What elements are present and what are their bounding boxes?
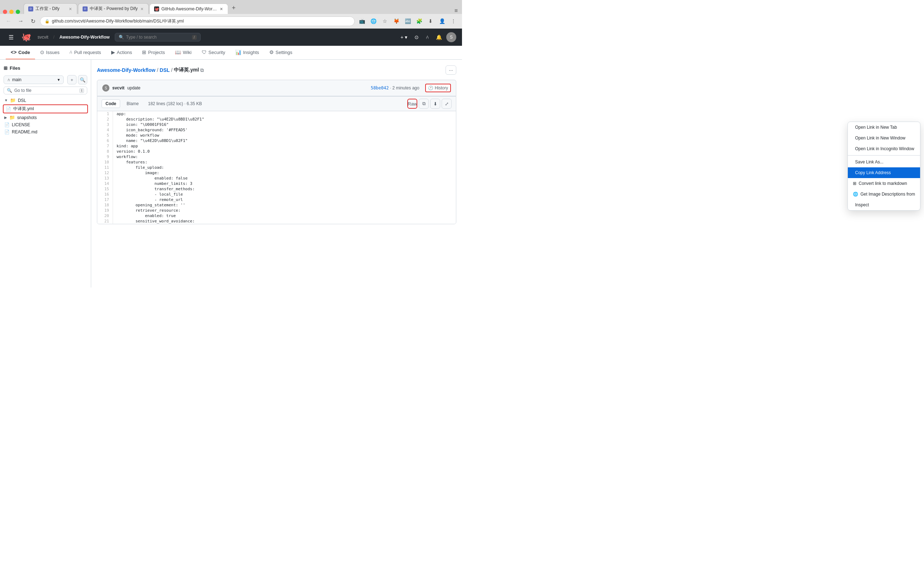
code-line: 8version: 0.1.0: [97, 149, 456, 154]
nav-insights[interactable]: 📊 Insights: [230, 46, 264, 59]
cast-icon[interactable]: 📺: [357, 16, 367, 26]
download-file-button[interactable]: ⬇: [430, 99, 440, 109]
raw-button[interactable]: Raw: [407, 99, 417, 109]
extension-icon2[interactable]: 🔤: [403, 16, 413, 26]
commit-time: 58be042 · 2 minutes ago: [371, 86, 419, 91]
tab-close-1[interactable]: ×: [68, 6, 73, 12]
search-shortcut: /: [192, 35, 197, 40]
code-line: 17 - remote_url: [97, 197, 456, 202]
back-button[interactable]: ←: [3, 16, 14, 26]
lock-icon: 🔒: [45, 19, 50, 24]
nav-projects[interactable]: ⊞ Projects: [137, 46, 170, 59]
extension-icon1[interactable]: 🦊: [391, 16, 401, 26]
tab-dify-powered[interactable]: D 中译英 - Powered by Dify ×: [78, 3, 149, 14]
nav-wiki[interactable]: 📖 Wiki: [170, 46, 197, 59]
menu-icon[interactable]: ⋮: [448, 16, 459, 26]
tab-list-button[interactable]: ≡: [454, 8, 458, 14]
tab-close-3[interactable]: ×: [219, 6, 224, 12]
copy-path-icon[interactable]: ⧉: [200, 67, 204, 73]
user-avatar[interactable]: S: [446, 32, 456, 42]
line-code: icon_background: '#FFEAD5': [117, 127, 188, 133]
extensions-icon[interactable]: 🧩: [414, 16, 424, 26]
branch-selector[interactable]: ⑃ main ▾: [3, 75, 64, 84]
line-code: enabled: true: [117, 213, 176, 219]
code-tab-blame[interactable]: Blame: [123, 100, 142, 108]
line-number: 5: [97, 133, 113, 138]
translate-icon[interactable]: 🌐: [368, 16, 378, 26]
search-icon: 🔍: [119, 35, 124, 40]
forward-button[interactable]: →: [16, 16, 26, 26]
reload-button[interactable]: ↻: [28, 16, 38, 26]
code-tab-code[interactable]: Code: [102, 99, 120, 108]
file-license[interactable]: 📄 LICENSE: [0, 121, 91, 129]
code-line: 2 description: "\u4E2D\u8BD1\u82F1": [97, 117, 456, 122]
profile-icon[interactable]: 👤: [437, 16, 447, 26]
tab-favicon-3: 🐙: [154, 6, 159, 11]
nav-security[interactable]: 🛡 Security: [197, 46, 230, 59]
line-code: mode: workflow: [117, 133, 159, 138]
close-traffic-light[interactable]: [3, 10, 7, 14]
nav-settings-label: Settings: [276, 50, 292, 55]
issues-icon: ⊙: [40, 49, 44, 55]
line-number: 6: [97, 138, 113, 143]
go-to-file-box[interactable]: 🔍 Go to file t: [3, 87, 87, 94]
pr-icon: ⑃: [69, 49, 72, 55]
history-label: History: [435, 86, 448, 91]
search-file-button[interactable]: 🔍: [78, 75, 87, 84]
file-zhongyi-yml[interactable]: 📄 中译英.yml: [3, 105, 88, 113]
commit-hash-link[interactable]: 58be042: [371, 86, 389, 91]
nav-pull-requests[interactable]: ⑃ Pull requests: [64, 46, 106, 59]
settings-icon: ⚙: [269, 49, 274, 55]
tab-dify-workspace[interactable]: D 工作室 - Dify ×: [24, 3, 77, 14]
folder-snapshots[interactable]: ▶ 📁 snapshots: [0, 114, 91, 121]
copy-raw-button[interactable]: ⧉: [419, 99, 429, 109]
folder-expand-icon: ▼: [4, 98, 8, 102]
github-header: ☰ 🐙 svcvit / Awesome-Dify-Workflow 🔍 Typ…: [0, 29, 462, 46]
nav-code-label: Code: [18, 50, 30, 55]
file-readme[interactable]: 📄 README.md: [0, 129, 91, 135]
code-line: 13 enabled: false: [97, 176, 456, 181]
tab-close-2[interactable]: ×: [140, 6, 144, 12]
add-file-button[interactable]: +: [67, 75, 76, 84]
nav-settings[interactable]: ⚙ Settings: [264, 46, 297, 59]
code-actions: Raw ⧉ ⬇ ⤢: [407, 99, 452, 109]
line-number: 9: [97, 154, 113, 159]
notifications-btn[interactable]: 🔔: [433, 33, 445, 41]
nav-code[interactable]: <> Code: [6, 46, 35, 59]
file-options-btn[interactable]: ···: [446, 65, 456, 75]
ellipsis-button[interactable]: ···: [446, 65, 456, 75]
breadcrumb-repo-link[interactable]: Awesome-Dify-Workflow: [97, 67, 156, 73]
download-icon[interactable]: ⬇: [425, 16, 435, 26]
line-number: 14: [97, 181, 113, 186]
line-code: enabled: false: [117, 176, 188, 181]
line-code: file_upload:: [117, 165, 164, 170]
code-icon: <>: [11, 49, 16, 55]
nav-wiki-label: Wiki: [183, 50, 192, 55]
nav-actions[interactable]: ▶ Actions: [106, 46, 137, 59]
issues-btn[interactable]: ⊙: [411, 33, 422, 41]
star-icon[interactable]: ☆: [380, 16, 390, 26]
folder-dsl[interactable]: ▼ 📁 DSL: [0, 97, 91, 104]
code-line: 5 mode: workflow: [97, 133, 456, 138]
history-button[interactable]: 🕐 History: [425, 84, 451, 92]
github-search[interactable]: 🔍 Type / to search /: [115, 33, 201, 41]
nav-issues[interactable]: ⊙ Issues: [35, 46, 65, 59]
line-number: 10: [97, 159, 113, 165]
search-small-icon: 🔍: [7, 88, 12, 93]
create-btn[interactable]: + ▾: [398, 33, 410, 41]
new-tab-button[interactable]: +: [229, 2, 238, 14]
pull-req-btn[interactable]: ⑃: [423, 33, 432, 41]
minimize-traffic-light[interactable]: [9, 10, 14, 14]
expand-file-button[interactable]: ⤢: [441, 99, 452, 109]
breadcrumb-dsl-link[interactable]: DSL: [160, 67, 170, 73]
breadcrumb-sep-2: /: [171, 67, 173, 73]
owner-name: svcvit: [38, 35, 48, 40]
maximize-traffic-light[interactable]: [16, 10, 20, 14]
sidebar-toggle[interactable]: ☰: [6, 33, 16, 42]
tab-github-active[interactable]: 🐙 GitHub Awesome-Dify-Workflow/DS... ×: [149, 3, 228, 14]
commit-relative-time: 2 minutes ago: [392, 86, 419, 91]
breadcrumb: Awesome-Dify-Workflow / DSL / 中译英.yml ⧉ …: [97, 65, 456, 75]
address-bar[interactable]: 🔒 github.com/svcvit/Awesome-Dify-Workflo…: [40, 16, 355, 26]
line-number: 4: [97, 127, 113, 133]
commit-bar: S svcvit update 58be042 · 2 minutes ago …: [97, 80, 456, 96]
